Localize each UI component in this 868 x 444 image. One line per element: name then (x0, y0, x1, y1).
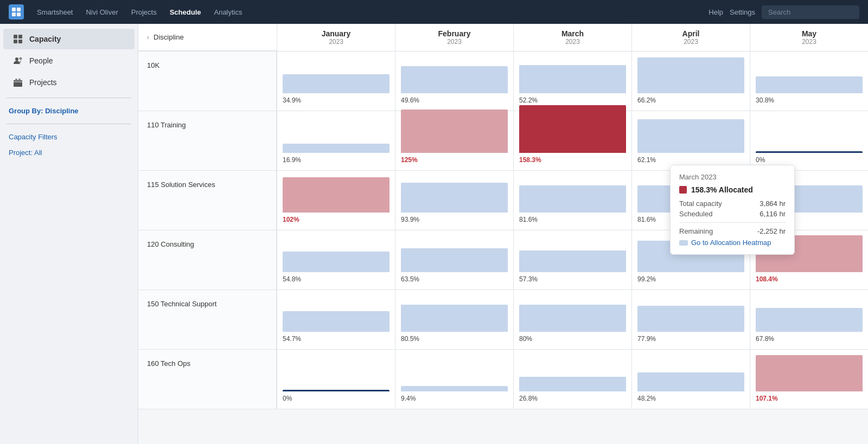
nav-projects[interactable]: Projects (131, 8, 157, 16)
svg-rect-10 (14, 80, 22, 87)
cell-r5-c0[interactable]: 0% (277, 350, 395, 409)
tooltip-box: March 2023 158.3% Allocated Total capaci… (670, 165, 795, 255)
tooltip-title: March 2023 (679, 173, 786, 181)
svg-rect-11 (15, 79, 17, 81)
tooltip-link-label: Go to Allocation Heatmap (691, 239, 771, 247)
cell-r0-c1[interactable]: 49.6% (395, 52, 513, 111)
back-arrow-icon[interactable]: ‹ (147, 34, 149, 41)
group-by-section: Group By: Discipline (0, 102, 138, 119)
cell-r0-c0[interactable]: 34.9% (277, 52, 395, 111)
tooltip-allocated: 158.3% Allocated (679, 185, 786, 194)
sidebar-divider (7, 98, 131, 98)
sidebar-item-people[interactable]: People (3, 50, 135, 71)
nav-analytics[interactable]: Analytics (214, 8, 242, 16)
capacity-label: Capacity (29, 35, 61, 43)
tooltip-total-capacity-label: Total capacity (679, 200, 722, 208)
may-month: May (750, 29, 868, 38)
people-label: People (29, 56, 53, 65)
group-by-label: Group By: (9, 107, 43, 115)
cell-r4-c4[interactable]: 67.8% (750, 290, 868, 349)
nav-smartsheet[interactable]: Smartsheet (37, 8, 73, 16)
tooltip-remaining-label: Remaining (679, 227, 713, 235)
grid-row: 10K34.9%49.6%52.2%66.2%30.8% (138, 52, 868, 111)
cell-r5-c4[interactable]: 107.1% (750, 350, 868, 409)
sidebar-item-capacity[interactable]: Capacity (3, 29, 135, 49)
cell-r0-c3[interactable]: 66.2% (631, 52, 750, 111)
capacity-filters-link[interactable]: Capacity Filters (0, 128, 138, 145)
row-label-0: 10K (138, 52, 277, 111)
svg-rect-7 (18, 40, 22, 43)
cell-r1-c4[interactable]: 0% (750, 111, 868, 170)
cell-r2-c2[interactable]: 81.6% (513, 171, 631, 230)
svg-rect-2 (12, 12, 16, 16)
col-header-mar: March 2023 (513, 24, 631, 51)
col-header-apr: April 2023 (631, 24, 750, 51)
people-icon (12, 55, 24, 67)
projects-icon (12, 76, 24, 88)
svg-rect-6 (14, 40, 17, 43)
tooltip-heatmap-link[interactable]: Go to Allocation Heatmap (679, 239, 786, 247)
cell-r2-c1[interactable]: 93.9% (395, 171, 513, 230)
tooltip-divider (679, 222, 786, 223)
row-label-5: 160 Tech Ops (138, 350, 277, 409)
cell-r5-c1[interactable]: 9.4% (395, 350, 513, 409)
settings-link[interactable]: Settings (730, 8, 755, 16)
sidebar-item-projects[interactable]: Projects (3, 72, 135, 93)
projects-label: Projects (29, 78, 57, 87)
cell-r3-c0[interactable]: 54.8% (277, 230, 395, 289)
app-logo (9, 4, 24, 20)
project-all-link[interactable]: Project: All (0, 145, 138, 160)
cell-r5-c2[interactable]: 26.8% (513, 350, 631, 409)
grid-row: 160 Tech Ops0%9.4%26.8%48.2%107.1% (138, 350, 868, 409)
jan-year: 2023 (277, 38, 395, 46)
cell-r4-c3[interactable]: 77.9% (631, 290, 750, 349)
discipline-header-cell[interactable]: ‹ Discipline (138, 24, 277, 51)
cell-r0-c2[interactable]: 52.2% (513, 52, 631, 111)
cell-r1-c1[interactable]: 125% (395, 111, 513, 170)
cell-r2-c0[interactable]: 102% (277, 171, 395, 230)
cell-r0-c4[interactable]: 30.8% (750, 52, 868, 111)
heatmap-icon (679, 240, 688, 246)
svg-rect-3 (17, 12, 21, 16)
capacity-icon (12, 33, 24, 45)
jan-month: January (277, 29, 395, 38)
tooltip-scheduled-label: Scheduled (679, 210, 712, 218)
grid-header: ‹ Discipline January 2023 February 2023 … (138, 24, 868, 52)
apr-year: 2023 (632, 38, 750, 46)
row-label-1: 110 Training (138, 111, 277, 170)
search-input[interactable] (762, 5, 859, 19)
topnav-right: Help Settings (709, 5, 859, 19)
sidebar-divider-2 (7, 124, 131, 124)
tooltip-allocated-label: 158.3% Allocated (691, 185, 753, 194)
group-by-value[interactable]: Discipline (45, 107, 78, 115)
cell-r4-c2[interactable]: 80% (513, 290, 631, 349)
tooltip-remaining-row: Remaining -2,252 hr (679, 227, 786, 235)
cell-r4-c0[interactable]: 54.7% (277, 290, 395, 349)
nav-schedule[interactable]: Schedule (170, 8, 201, 16)
svg-rect-1 (17, 8, 21, 11)
col-header-jan: January 2023 (277, 24, 395, 51)
cell-r4-c1[interactable]: 80.5% (395, 290, 513, 349)
tooltip-dot-icon (679, 186, 687, 194)
tooltip-total-capacity-row: Total capacity 3,864 hr (679, 200, 786, 208)
sidebar: Capacity People (0, 24, 138, 444)
help-link[interactable]: Help (709, 8, 723, 16)
svg-point-9 (20, 57, 22, 60)
cell-r3-c2[interactable]: 57.3% (513, 230, 631, 289)
col-header-may: May 2023 (750, 24, 868, 51)
mar-year: 2023 (514, 38, 631, 46)
svg-rect-5 (18, 35, 22, 38)
cell-r5-c3[interactable]: 48.2% (631, 350, 750, 409)
cell-r3-c1[interactable]: 63.5% (395, 230, 513, 289)
cell-r1-c0[interactable]: 16.9% (277, 111, 395, 170)
main-content: ‹ Discipline January 2023 February 2023 … (138, 24, 868, 444)
main-layout: Capacity People (0, 0, 868, 444)
nav-user[interactable]: Nivi Oliver (86, 8, 118, 16)
tooltip-total-capacity-val: 3,864 hr (760, 200, 786, 208)
mar-month: March (514, 29, 631, 38)
cell-r1-c2[interactable]: 158.3% (513, 111, 631, 170)
tooltip-scheduled-val: 6,116 hr (760, 210, 786, 218)
tooltip-scheduled-row: Scheduled 6,116 hr (679, 210, 786, 218)
cell-r1-c3[interactable]: 62.1% (631, 111, 750, 170)
svg-point-8 (15, 57, 18, 61)
